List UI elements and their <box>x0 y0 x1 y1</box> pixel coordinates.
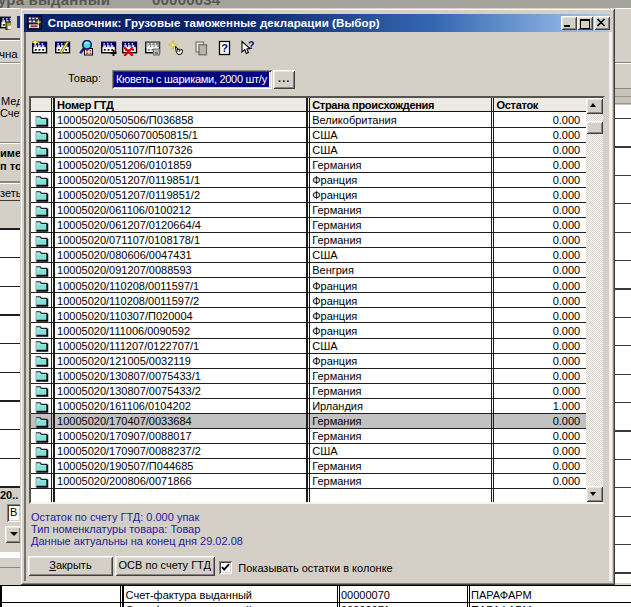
svg-text:?: ? <box>248 40 254 51</box>
svg-text:?: ? <box>221 41 228 53</box>
